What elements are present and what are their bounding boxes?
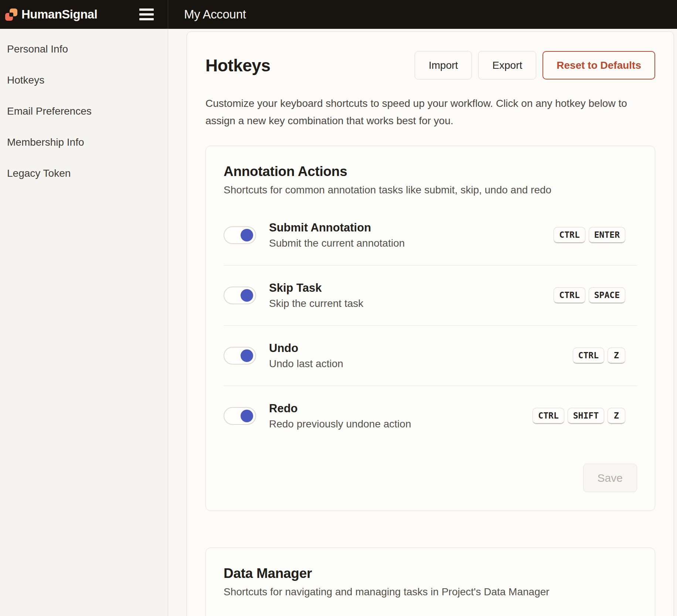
sidebar: Personal Info Hotkeys Email Preferences … (0, 29, 168, 616)
hotkey-enabled-toggle[interactable] (224, 407, 256, 425)
brand-name: HumanSignal (21, 7, 97, 21)
sidebar-item[interactable]: Hotkeys (0, 65, 168, 96)
key-badge[interactable]: CTRL (554, 227, 585, 243)
hotkey-text: Submit Annotation Submit the current ann… (269, 221, 554, 250)
hotkeys-description: Customize your keyboard shortcuts to spe… (205, 95, 649, 129)
hamburger-menu-icon[interactable] (139, 7, 154, 22)
toggle-knob (241, 229, 253, 241)
section-subtitle: Shortcuts for common annotation tasks li… (224, 184, 637, 196)
sidebar-item[interactable]: Legacy Token (0, 158, 168, 189)
hotkey-row: Undo Undo last action CTRL Z (224, 325, 637, 386)
hotkey-description: Skip the current task (269, 297, 554, 310)
page-title: My Account (168, 0, 246, 29)
section-subtitle: Shortcuts for navigating and managing ta… (224, 586, 637, 598)
key-badge[interactable]: CTRL (573, 348, 604, 364)
hotkey-rows: Submit Annotation Submit the current ann… (224, 205, 637, 446)
topbar: HumanSignal My Account (0, 0, 677, 29)
hotkeys-panel: Hotkeys Import Export Reset to Defaults … (187, 31, 674, 616)
reset-to-defaults-button[interactable]: Reset to Defaults (542, 51, 655, 79)
hotkey-text: Skip Task Skip the current task (269, 281, 554, 310)
sidebar-item[interactable]: Email Preferences (0, 96, 168, 127)
hotkey-key-combo: CTRL Z (573, 348, 625, 364)
hotkey-title: Skip Task (269, 281, 554, 295)
panel-actions: Import Export Reset to Defaults (415, 51, 655, 79)
hotkey-section-card: Annotation Actions Shortcuts for common … (205, 146, 655, 511)
hotkey-text: Redo Redo previously undone action (269, 402, 533, 430)
key-badge[interactable]: SPACE (589, 287, 625, 304)
hotkey-title: Undo (269, 341, 573, 355)
sidebar-item[interactable]: Personal Info (0, 34, 168, 65)
hotkey-row: Submit Annotation Submit the current ann… (224, 205, 637, 265)
hotkey-description: Undo last action (269, 358, 573, 370)
hotkey-key-combo: CTRL SPACE (554, 287, 625, 304)
key-badge[interactable]: CTRL (533, 408, 564, 424)
brand-logo[interactable]: HumanSignal (5, 7, 97, 21)
hotkeys-title: Hotkeys (205, 55, 270, 75)
hotkey-row: Skip Task Skip the current task CTRL SPA… (224, 265, 637, 325)
key-badge[interactable]: Z (608, 408, 625, 424)
panel-header: Hotkeys Import Export Reset to Defaults (205, 51, 655, 79)
hotkey-section-card: Data Manager Shortcuts for navigating an… (205, 548, 655, 616)
toggle-knob (241, 410, 253, 422)
layout: Personal Info Hotkeys Email Preferences … (0, 29, 677, 616)
topbar-left: HumanSignal (0, 0, 168, 29)
hotkey-key-combo: CTRL ENTER (554, 227, 625, 243)
sections-container: Annotation Actions Shortcuts for common … (205, 146, 655, 616)
hotkey-text: Undo Undo last action (269, 341, 573, 370)
hotkey-description: Submit the current annotation (269, 237, 554, 250)
key-badge[interactable]: CTRL (554, 287, 585, 304)
hotkey-description: Redo previously undone action (269, 418, 533, 430)
toggle-knob (241, 289, 253, 302)
main-content: Hotkeys Import Export Reset to Defaults … (168, 29, 677, 616)
hotkey-title: Submit Annotation (269, 221, 554, 235)
humansignal-logo-icon (5, 9, 17, 21)
hotkey-row: Redo Redo previously undone action CTRL … (224, 386, 637, 446)
key-badge[interactable]: ENTER (589, 227, 625, 243)
section-title: Data Manager (224, 566, 637, 581)
hotkey-title: Redo (269, 402, 533, 416)
hotkey-enabled-toggle[interactable] (224, 287, 256, 304)
toggle-knob (241, 349, 253, 362)
key-badge[interactable]: SHIFT (568, 408, 604, 424)
export-button[interactable]: Export (478, 51, 536, 79)
hotkey-key-combo: CTRL SHIFT Z (533, 408, 625, 424)
import-button[interactable]: Import (415, 51, 472, 79)
card-footer: Save (224, 464, 637, 492)
section-title: Annotation Actions (224, 164, 637, 179)
hotkey-enabled-toggle[interactable] (224, 347, 256, 365)
sidebar-item[interactable]: Membership Info (0, 127, 168, 158)
hotkey-enabled-toggle[interactable] (224, 226, 256, 244)
save-button[interactable]: Save (583, 464, 637, 492)
key-badge[interactable]: Z (608, 348, 625, 364)
